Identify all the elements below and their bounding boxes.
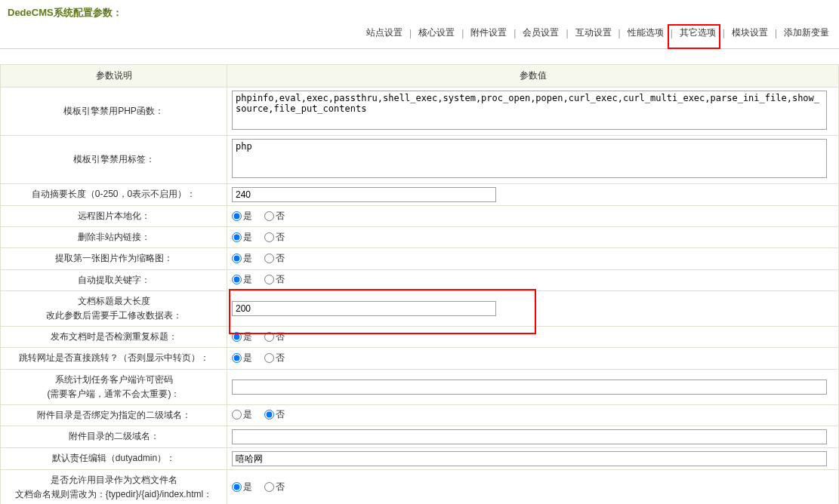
page-header: DedeCMS系统配置参数： 站点设置 | 核心设置 | 附件设置 | 会员设置… bbox=[0, 0, 839, 49]
tab-interaction[interactable]: 互动设置 bbox=[569, 23, 618, 42]
input-attach-domain[interactable] bbox=[232, 429, 827, 444]
radio-attach-sub-no[interactable] bbox=[264, 410, 274, 419]
label-attach-subdomain: 附件目录是否绑定为指定的二级域名： bbox=[1, 404, 227, 426]
label-del-nonsite: 删除非站内链接： bbox=[1, 227, 227, 248]
radio-auto-kw-no[interactable] bbox=[264, 275, 274, 284]
label-attach-domain: 附件目录的二级域名： bbox=[1, 426, 227, 448]
row-php-funcs: 模板引擎禁用PHP函数： phpinfo,eval,exec,passthru,… bbox=[1, 88, 839, 136]
tab-attachment[interactable]: 附件设置 bbox=[464, 23, 513, 42]
radio-del-nonsite-no[interactable] bbox=[264, 232, 274, 242]
row-auto-abstract: 自动摘要长度（0-250，0表示不启用）： bbox=[1, 184, 839, 206]
label-dir-as-filename: 是否允许用目录作为文档文件名 文档命名规则需改为：{typedir}/{aid}… bbox=[1, 470, 227, 504]
tab-core[interactable]: 核心设置 bbox=[412, 23, 461, 42]
input-title-maxlen[interactable] bbox=[232, 301, 496, 316]
radio-del-nonsite-yes[interactable] bbox=[232, 232, 242, 242]
label-php-funcs: 模板引擎禁用PHP函数： bbox=[1, 88, 227, 136]
input-auto-abstract[interactable] bbox=[232, 187, 496, 202]
radio-remote-img-no[interactable] bbox=[264, 211, 274, 221]
row-auto-keywords: 自动提取关键字： 是 否 bbox=[1, 269, 839, 290]
label-auto-keywords: 自动提取关键字： bbox=[1, 269, 227, 290]
label-check-dup-title: 发布文档时是否检测重复标题： bbox=[1, 327, 227, 348]
column-header-value: 参数值 bbox=[227, 65, 839, 88]
config-table: 参数说明 参数值 模板引擎禁用PHP函数： phpinfo,eval,exec,… bbox=[0, 64, 839, 504]
label-duty-admin: 默认责任编辑（dutyadmin）： bbox=[1, 448, 227, 470]
radio-dir-fname-yes[interactable] bbox=[232, 482, 242, 492]
tab-site[interactable]: 站点设置 bbox=[360, 23, 409, 42]
input-duty-admin[interactable] bbox=[232, 451, 827, 466]
tab-add-variable[interactable]: 添加新变量 bbox=[778, 23, 835, 42]
label-auto-abstract: 自动摘要长度（0-250，0表示不启用）： bbox=[1, 184, 227, 206]
row-schedule-pwd: 系统计划任务客户端许可密码 (需要客户端，通常不会太重要)： bbox=[1, 369, 839, 404]
label-title-maxlen: 文档标题最大长度 改此参数后需要手工修改数据表： bbox=[1, 290, 227, 326]
tabs-nav: 站点设置 | 核心设置 | 附件设置 | 会员设置 | 互动设置 | 性能选项 … bbox=[360, 23, 835, 42]
radio-jump-no[interactable] bbox=[264, 353, 274, 363]
row-duty-admin: 默认责任编辑（dutyadmin）： bbox=[1, 448, 839, 470]
radio-dup-title-no[interactable] bbox=[264, 332, 274, 342]
radio-dup-title-yes[interactable] bbox=[232, 332, 242, 342]
column-header-desc: 参数说明 bbox=[1, 65, 227, 88]
input-schedule-pwd[interactable] bbox=[232, 380, 827, 395]
row-first-img-thumb: 提取第一张图片作为缩略图： 是 否 bbox=[1, 248, 839, 269]
row-check-dup-title: 发布文档时是否检测重复标题： 是 否 bbox=[1, 327, 839, 348]
input-forbid-tags[interactable]: php bbox=[232, 139, 827, 178]
tab-member[interactable]: 会员设置 bbox=[517, 23, 565, 42]
row-jump-direct: 跳转网址是否直接跳转？（否则显示中转页）： 是 否 bbox=[1, 348, 839, 369]
row-title-maxlen: 文档标题最大长度 改此参数后需要手工修改数据表： bbox=[1, 290, 839, 326]
radio-first-img-yes[interactable] bbox=[232, 254, 242, 263]
radio-remote-img-yes[interactable] bbox=[232, 211, 242, 221]
label-jump-direct: 跳转网址是否直接跳转？（否则显示中转页）： bbox=[1, 348, 227, 369]
radio-first-img-no[interactable] bbox=[264, 254, 274, 263]
row-forbid-tags: 模板引擎禁用标签： php bbox=[1, 136, 839, 184]
label-remote-img: 远程图片本地化： bbox=[1, 206, 227, 227]
radio-attach-sub-yes[interactable] bbox=[232, 410, 242, 419]
row-attach-domain: 附件目录的二级域名： bbox=[1, 426, 839, 448]
radio-dir-fname-no[interactable] bbox=[264, 482, 274, 492]
radio-jump-yes[interactable] bbox=[232, 353, 242, 363]
row-attach-subdomain: 附件目录是否绑定为指定的二级域名： 是 否 bbox=[1, 404, 839, 426]
label-first-img-thumb: 提取第一张图片作为缩略图： bbox=[1, 248, 227, 269]
row-dir-as-filename: 是否允许用目录作为文档文件名 文档命名规则需改为：{typedir}/{aid}… bbox=[1, 470, 839, 504]
row-del-nonsite: 删除非站内链接： 是 否 bbox=[1, 227, 839, 248]
label-schedule-pwd: 系统计划任务客户端许可密码 (需要客户端，通常不会太重要)： bbox=[1, 369, 227, 404]
tab-performance[interactable]: 性能选项 bbox=[622, 23, 670, 42]
row-remote-img: 远程图片本地化： 是 否 bbox=[1, 206, 839, 227]
radio-auto-kw-yes[interactable] bbox=[232, 275, 242, 284]
label-forbid-tags: 模板引擎禁用标签： bbox=[1, 136, 227, 184]
tab-module[interactable]: 模块设置 bbox=[726, 23, 774, 42]
tab-other[interactable]: 其它选项 bbox=[674, 23, 722, 42]
input-php-funcs[interactable]: phpinfo,eval,exec,passthru,shell_exec,sy… bbox=[232, 91, 827, 130]
page-title: DedeCMS系统配置参数： bbox=[8, 6, 831, 20]
